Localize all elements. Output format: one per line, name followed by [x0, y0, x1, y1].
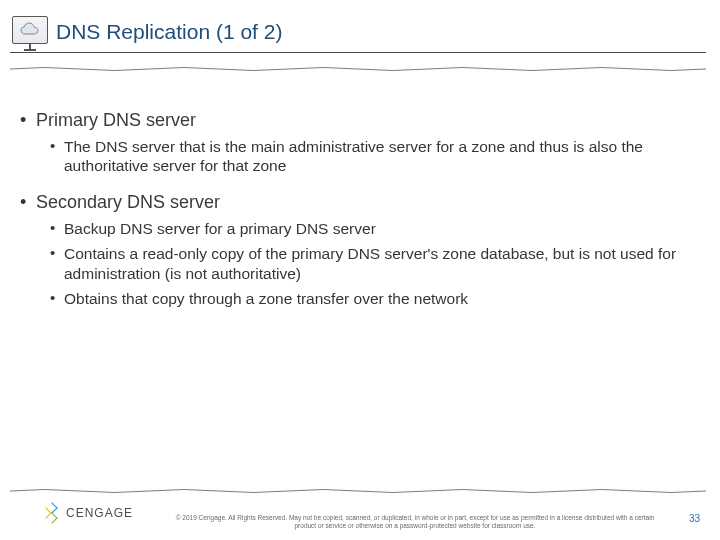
monitor-stand-icon	[24, 44, 36, 52]
divider-wavy-bottom	[10, 488, 706, 494]
slide-title: DNS Replication (1 of 2)	[56, 20, 282, 44]
cengage-logo: CENGAGE	[42, 504, 133, 522]
slide: DNS Replication (1 of 2) Primary DNS ser…	[0, 0, 720, 540]
cloud-icon	[12, 16, 48, 44]
cengage-logo-icon	[42, 504, 60, 522]
bullet-secondary-sub-1: Backup DNS server for a primary DNS serv…	[50, 219, 696, 238]
slide-footer: CENGAGE © 2019 Cengage. All Rights Reser…	[0, 496, 720, 540]
page-number: 33	[689, 513, 700, 524]
bullet-primary: Primary DNS server	[20, 110, 696, 131]
bullet-secondary: Secondary DNS server	[20, 192, 696, 213]
bullet-primary-sub: The DNS server that is the main administ…	[50, 137, 696, 176]
divider-wavy-top	[10, 66, 706, 72]
slide-header: DNS Replication (1 of 2)	[0, 16, 720, 60]
divider-line	[10, 52, 706, 53]
copyright-text: © 2019 Cengage. All Rights Reserved. May…	[170, 514, 660, 530]
cengage-logo-text: CENGAGE	[66, 506, 133, 520]
bullet-secondary-sub-3: Obtains that copy through a zone transfe…	[50, 289, 696, 308]
slide-content: Primary DNS server The DNS server that i…	[20, 110, 696, 314]
bullet-secondary-sub-2: Contains a read-only copy of the primary…	[50, 244, 696, 283]
